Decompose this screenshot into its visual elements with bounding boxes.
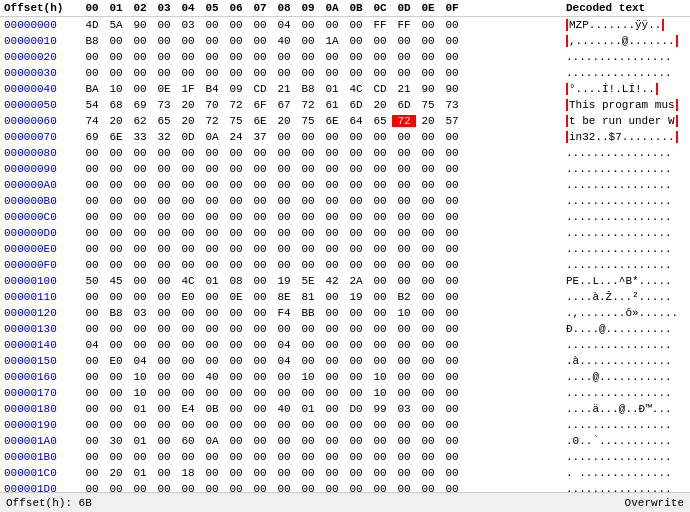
hex-cell[interactable]: 00 — [152, 419, 176, 431]
hex-cell[interactable]: 00 — [272, 243, 296, 255]
hex-cell[interactable]: 00 — [80, 67, 104, 79]
hex-cell[interactable]: 00 — [200, 259, 224, 271]
hex-cell[interactable]: 00 — [224, 259, 248, 271]
hex-cell[interactable]: 0A — [200, 131, 224, 143]
hex-cell[interactable]: 00 — [416, 195, 440, 207]
hex-cell[interactable]: 00 — [392, 259, 416, 271]
hex-cell[interactable]: 30 — [104, 435, 128, 447]
hex-cell[interactable]: 20 — [104, 467, 128, 479]
hex-cell[interactable]: 62 — [128, 115, 152, 127]
hex-cell[interactable]: 00 — [104, 259, 128, 271]
hex-cell[interactable]: 00 — [416, 467, 440, 479]
hex-cell[interactable]: 00 — [344, 35, 368, 47]
hex-cell[interactable]: 00 — [272, 163, 296, 175]
table-row[interactable]: 000000004D5A90000300000004000000FFFF0000… — [0, 17, 690, 33]
hex-cell[interactable]: 00 — [128, 51, 152, 63]
hex-cell[interactable]: 00 — [248, 355, 272, 367]
hex-cell[interactable]: 00 — [416, 291, 440, 303]
hex-cell[interactable]: 42 — [320, 275, 344, 287]
hex-cell[interactable]: 00 — [104, 211, 128, 223]
hex-cell[interactable]: 73 — [152, 99, 176, 111]
hex-cell[interactable]: 00 — [416, 51, 440, 63]
hex-cell[interactable]: 00 — [80, 51, 104, 63]
hex-cell[interactable]: 00 — [152, 195, 176, 207]
hex-cell[interactable]: 00 — [440, 371, 464, 383]
hex-cell[interactable]: 00 — [248, 467, 272, 479]
table-row[interactable]: 000001B000000000000000000000000000000000… — [0, 449, 690, 465]
hex-cell[interactable]: 00 — [344, 51, 368, 63]
hex-cell[interactable]: 00 — [128, 35, 152, 47]
hex-cell[interactable]: 00 — [224, 35, 248, 47]
hex-cell[interactable]: 04 — [128, 355, 152, 367]
hex-cell[interactable]: 00 — [392, 147, 416, 159]
hex-cell[interactable]: 73 — [440, 99, 464, 111]
hex-cell[interactable]: 65 — [152, 115, 176, 127]
hex-cell[interactable]: 1A — [320, 35, 344, 47]
hex-cell[interactable]: 00 — [440, 147, 464, 159]
hex-cell[interactable]: 00 — [128, 275, 152, 287]
hex-cell[interactable]: 00 — [368, 291, 392, 303]
hex-cell[interactable]: 10 — [104, 83, 128, 95]
hex-cell[interactable]: 00 — [416, 163, 440, 175]
hex-cell[interactable]: 00 — [224, 419, 248, 431]
hex-cell[interactable]: 00 — [152, 243, 176, 255]
hex-cell[interactable]: 00 — [440, 243, 464, 255]
hex-cell[interactable]: 00 — [152, 227, 176, 239]
hex-cell[interactable]: 00 — [128, 243, 152, 255]
hex-cell[interactable]: 01 — [128, 467, 152, 479]
hex-cell[interactable]: 75 — [296, 115, 320, 127]
hex-cell[interactable]: 00 — [200, 179, 224, 191]
hex-cell[interactable]: 00 — [128, 451, 152, 463]
hex-cell[interactable]: 00 — [248, 19, 272, 31]
hex-cell[interactable]: 00 — [80, 195, 104, 207]
hex-cell[interactable]: 00 — [80, 323, 104, 335]
hex-cell[interactable]: 6E — [320, 115, 344, 127]
table-row[interactable]: 000000F000000000000000000000000000000000… — [0, 257, 690, 273]
hex-cell[interactable]: 00 — [128, 163, 152, 175]
hex-cell[interactable]: 40 — [272, 35, 296, 47]
hex-cell[interactable]: 64 — [344, 115, 368, 127]
hex-cell[interactable]: 00 — [104, 35, 128, 47]
hex-cell[interactable]: 00 — [440, 211, 464, 223]
hex-cell[interactable]: 40 — [200, 371, 224, 383]
hex-cell[interactable]: 00 — [248, 163, 272, 175]
hex-cell[interactable]: 00 — [104, 147, 128, 159]
hex-cell[interactable]: 00 — [248, 419, 272, 431]
hex-cell[interactable]: 00 — [224, 19, 248, 31]
hex-cell[interactable]: 00 — [152, 259, 176, 271]
hex-cell[interactable]: 99 — [368, 403, 392, 415]
hex-cell[interactable]: 00 — [344, 243, 368, 255]
hex-cell[interactable]: 6F — [248, 99, 272, 111]
hex-cell[interactable]: 4C — [176, 275, 200, 287]
hex-cell[interactable]: 00 — [296, 131, 320, 143]
table-row[interactable]: 00000050546869732070726F6772616D206D7573… — [0, 97, 690, 113]
hex-cell[interactable]: 00 — [248, 227, 272, 239]
hex-cell[interactable]: 00 — [272, 483, 296, 492]
hex-cell[interactable]: 00 — [272, 323, 296, 335]
hex-cell[interactable]: 00 — [152, 483, 176, 492]
hex-cell[interactable]: 00 — [320, 467, 344, 479]
hex-cell[interactable]: 00 — [320, 243, 344, 255]
hex-cell[interactable]: 00 — [272, 451, 296, 463]
hex-cell[interactable]: 00 — [176, 163, 200, 175]
hex-cell[interactable]: 00 — [392, 339, 416, 351]
hex-cell[interactable]: 00 — [248, 387, 272, 399]
hex-cell[interactable]: 00 — [440, 291, 464, 303]
hex-cell[interactable]: 00 — [392, 67, 416, 79]
hex-cell[interactable]: 00 — [248, 451, 272, 463]
hex-cell[interactable]: 00 — [152, 323, 176, 335]
hex-cell[interactable]: 00 — [416, 339, 440, 351]
hex-cell[interactable]: 00 — [176, 211, 200, 223]
hex-cell[interactable]: 00 — [320, 51, 344, 63]
hex-cell[interactable]: 00 — [272, 195, 296, 207]
hex-cell[interactable]: 08 — [224, 275, 248, 287]
hex-cell[interactable]: 00 — [248, 35, 272, 47]
hex-cell[interactable]: 00 — [368, 51, 392, 63]
hex-cell[interactable]: 00 — [152, 67, 176, 79]
hex-cell[interactable]: 00 — [440, 355, 464, 367]
hex-cell[interactable]: 00 — [152, 211, 176, 223]
hex-cell[interactable]: 00 — [128, 483, 152, 492]
table-row[interactable]: 0000013000000000000000000000000000000000… — [0, 321, 690, 337]
hex-cell[interactable]: 00 — [248, 67, 272, 79]
table-row[interactable]: 00000040BA10000E1FB409CD21B8014CCD219090… — [0, 81, 690, 97]
